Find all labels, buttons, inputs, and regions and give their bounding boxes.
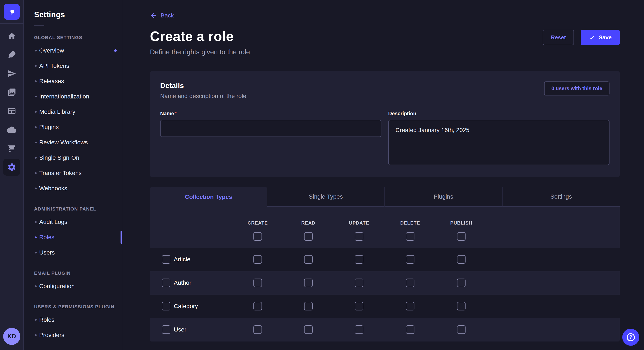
select-all-read-checkbox[interactable] [304, 232, 313, 241]
publish-checkbox[interactable] [457, 279, 466, 287]
bullet-icon [35, 80, 37, 82]
name-input[interactable] [160, 120, 382, 137]
details-subtitle: Name and description of the role [160, 93, 246, 100]
bullet-icon [35, 252, 37, 253]
cart-icon[interactable] [3, 140, 20, 157]
row-label: Category [174, 303, 198, 310]
select-all-update-checkbox[interactable] [355, 232, 363, 241]
row-select-checkbox[interactable] [162, 279, 170, 287]
question-mark-icon: ? [627, 333, 635, 341]
back-label: Back [160, 12, 174, 19]
bullet-icon [35, 334, 37, 336]
sidebar-item-label: Single Sign-On [39, 154, 79, 161]
gear-icon[interactable] [3, 159, 20, 176]
help-button[interactable]: ? [622, 329, 639, 346]
sidebar-item-plugins[interactable]: Plugins [24, 120, 122, 135]
table-row-user: User [150, 318, 620, 342]
sidebar-item-review-workflows[interactable]: Review Workflows [24, 135, 122, 150]
create-checkbox[interactable] [254, 255, 262, 264]
description-textarea[interactable]: Created January 16th, 2025 [388, 120, 610, 165]
page-header: Create a role Define the rights given to… [150, 28, 620, 56]
delete-checkbox[interactable] [406, 255, 414, 264]
home-icon[interactable] [3, 28, 20, 45]
bullet-icon [35, 157, 37, 159]
row-select-checkbox[interactable] [162, 255, 170, 264]
section-email-plugin: EMAIL PLUGIN [34, 270, 122, 276]
read-checkbox[interactable] [304, 279, 313, 287]
sidebar-item-label: API Tokens [39, 62, 69, 69]
sidebar-item-single-sign-on[interactable]: Single Sign-On [24, 150, 122, 166]
update-checkbox[interactable] [355, 302, 363, 311]
sidebar-item-internationalization[interactable]: Internationalization [24, 89, 122, 104]
delete-checkbox[interactable] [406, 325, 414, 334]
sidebar-item-providers[interactable]: Providers [24, 328, 122, 343]
save-button[interactable]: Save [581, 30, 620, 45]
update-checkbox[interactable] [355, 325, 363, 334]
sidebar-item-overview[interactable]: Overview [24, 43, 122, 58]
sidebar-item-roles[interactable]: Roles [24, 230, 122, 245]
tab-plugins[interactable]: Plugins [384, 187, 502, 207]
sidebar-item-label: Configuration [39, 283, 75, 290]
sidebar-item-label: Roles [39, 316, 54, 323]
back-link[interactable]: Back [150, 12, 174, 19]
create-checkbox[interactable] [254, 279, 262, 287]
main-nav-rail: KD [0, 0, 24, 350]
row-label: Author [174, 279, 192, 286]
users-with-role-button[interactable]: 0 users with this role [544, 81, 610, 95]
permissions-tabs: Collection Types Single Types Plugins Se… [150, 187, 620, 207]
publish-checkbox[interactable] [457, 302, 466, 311]
sidebar-item-users[interactable]: Users [24, 245, 122, 260]
avatar[interactable]: KD [3, 328, 20, 345]
permissions-section: Collection Types Single Types Plugins Se… [150, 187, 620, 342]
table-row-article: Article [150, 248, 620, 271]
publish-checkbox[interactable] [457, 255, 466, 264]
sidebar-item-api-tokens[interactable]: API Tokens [24, 58, 122, 74]
tab-settings[interactable]: Settings [502, 187, 620, 207]
sidebar-item-up-roles[interactable]: Roles [24, 312, 122, 328]
feather-icon[interactable] [3, 46, 20, 63]
active-indicator [120, 231, 122, 244]
update-checkbox[interactable] [355, 255, 363, 264]
select-all-publish-checkbox[interactable] [457, 232, 466, 241]
paper-plane-icon[interactable] [3, 65, 20, 82]
sidebar-item-label: Media Library [39, 108, 76, 115]
sidebar-item-webhooks[interactable]: Webhooks [24, 181, 122, 196]
name-label-text: Name [160, 111, 174, 116]
row-select-checkbox[interactable] [162, 302, 170, 311]
delete-checkbox[interactable] [406, 279, 414, 287]
create-checkbox[interactable] [254, 302, 262, 311]
bullet-icon [35, 111, 37, 113]
sidebar-item-label: Audit Logs [39, 219, 67, 225]
select-all-create-checkbox[interactable] [254, 232, 262, 241]
read-checkbox[interactable] [304, 302, 313, 311]
cloud-icon[interactable] [3, 121, 20, 138]
sidebar-item-label: Review Workflows [39, 139, 88, 146]
tab-single-types[interactable]: Single Types [267, 187, 384, 207]
description-label: Description [388, 111, 610, 117]
read-checkbox[interactable] [304, 325, 313, 334]
bullet-icon [35, 50, 37, 51]
sidebar-item-transfer-tokens[interactable]: Transfer Tokens [24, 166, 122, 181]
settings-subnav: Settings GLOBAL SETTINGS Overview API To… [24, 0, 122, 350]
tab-collection-types[interactable]: Collection Types [150, 187, 267, 207]
strapi-logo[interactable] [4, 3, 20, 20]
layout-icon[interactable] [3, 103, 20, 120]
media-library-icon[interactable] [3, 84, 20, 101]
create-checkbox[interactable] [254, 325, 262, 334]
update-checkbox[interactable] [355, 279, 363, 287]
bullet-icon [35, 142, 37, 143]
sidebar-item-configuration[interactable]: Configuration [24, 279, 122, 294]
sidebar-item-releases[interactable]: Releases [24, 74, 122, 89]
sidebar-item-audit-logs[interactable]: Audit Logs [24, 214, 122, 230]
notification-dot-icon [114, 49, 117, 52]
delete-checkbox[interactable] [406, 302, 414, 311]
select-all-delete-checkbox[interactable] [406, 232, 414, 241]
strapi-logo-icon [6, 6, 17, 17]
publish-checkbox[interactable] [457, 325, 466, 334]
column-header-publish: PUBLISH [436, 220, 487, 226]
page-subtitle: Define the rights given to the role [150, 48, 250, 56]
sidebar-item-media-library[interactable]: Media Library [24, 104, 122, 120]
reset-button[interactable]: Reset [543, 30, 574, 45]
read-checkbox[interactable] [304, 255, 313, 264]
row-select-checkbox[interactable] [162, 325, 170, 334]
